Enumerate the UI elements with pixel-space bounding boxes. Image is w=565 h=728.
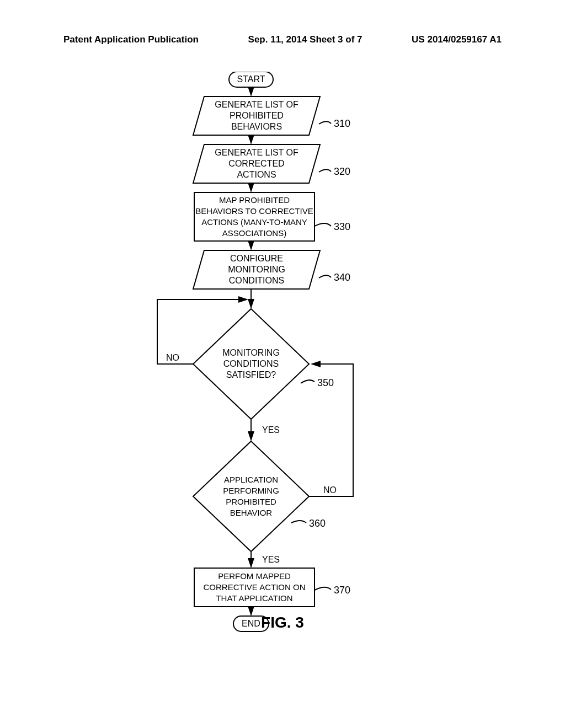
box-320-line2: CORRECTED [228, 159, 284, 168]
box-340-line2: MONITORING [228, 265, 285, 274]
box-370-line1: PERFOM MAPPED [218, 571, 291, 581]
start-label: START [237, 74, 265, 84]
dec-350-yes: YES [262, 425, 280, 435]
box-310-line2: PROHIBITED [230, 111, 284, 120]
page: Patent Application Publication Sep. 11, … [0, 0, 565, 728]
box-310-line3: BEHAVIORS [231, 122, 282, 131]
ref-330: 330 [334, 221, 350, 232]
ref-350-leader [301, 380, 315, 383]
box-370-line3: THAT APPLICATION [216, 593, 292, 603]
svg-marker-6 [193, 441, 309, 552]
box-330-line3: ACTIONS (MANY-TO-MANY [201, 217, 307, 227]
header-center: Sep. 11, 2014 Sheet 3 of 7 [248, 34, 363, 45]
ref-350: 350 [317, 377, 334, 388]
box-370: PERFOM MAPPED CORRECTIVE ACTION ON THAT … [194, 568, 315, 607]
box-340: CONFIGURE MONITORING CONDITIONS [193, 250, 320, 289]
dec-360-line2: PERFORMING [223, 486, 279, 495]
figure-label: FIG. 3 [0, 614, 565, 631]
ref-340-leader [319, 275, 331, 278]
ref-370: 370 [334, 585, 350, 596]
box-310-line1: GENERATE LIST OF [215, 100, 299, 109]
box-330-line4: ASSOCIATIONS) [222, 228, 286, 238]
header-right: US 2014/0259167 A1 [412, 34, 502, 45]
page-header: Patent Application Publication Sep. 11, … [0, 34, 565, 45]
box-340-line3: CONDITIONS [229, 276, 284, 285]
box-320-line1: GENERATE LIST OF [215, 148, 299, 157]
header-left: Patent Application Publication [63, 34, 199, 45]
dec-360-line4: BEHAVIOR [230, 508, 273, 517]
ref-310: 310 [334, 118, 350, 129]
ref-360-leader [291, 521, 306, 523]
dec-350-no: NO [166, 353, 179, 362]
dec-360-line3: PROHIBITED [226, 497, 276, 506]
box-340-line1: CONFIGURE [230, 254, 283, 263]
flowchart-container: START GENERATE LIST OF PROHIBITED BEHAVI… [0, 72, 565, 651]
ref-370-leader [315, 587, 331, 590]
decision-350: MONITORING CONDITIONS SATISFIED? [193, 309, 309, 419]
dec-350-line2: CONDITIONS [223, 359, 279, 368]
dec-350-line3: SATISFIED? [226, 370, 276, 379]
box-330-line2: BEHAVIORS TO CORRECTIVE [195, 206, 313, 216]
dec-350-line1: MONITORING [222, 348, 280, 357]
box-370-line2: CORRECTIVE ACTION ON [203, 582, 305, 592]
box-310: GENERATE LIST OF PROHIBITED BEHAVIORS [193, 97, 320, 135]
ref-360: 360 [309, 518, 326, 529]
box-320-line3: ACTIONS [237, 170, 276, 179]
box-330-line1: MAP PROHIBITED [219, 195, 290, 205]
decision-360: APPLICATION PERFORMING PROHIBITED BEHAVI… [193, 441, 309, 552]
box-330: MAP PROHIBITED BEHAVIORS TO CORRECTIVE A… [194, 192, 315, 241]
flowchart-svg: START GENERATE LIST OF PROHIBITED BEHAVI… [0, 72, 565, 651]
start-terminal: START [229, 72, 273, 87]
dec-360-yes: YES [262, 555, 280, 564]
dec-360-line1: APPLICATION [224, 475, 278, 484]
ref-310-leader [319, 121, 331, 124]
ref-340: 340 [334, 272, 350, 283]
ref-320: 320 [334, 166, 350, 177]
ref-320-leader [319, 169, 331, 172]
box-320: GENERATE LIST OF CORRECTED ACTIONS [193, 144, 320, 183]
dec-360-no: NO [323, 485, 337, 495]
ref-330-leader [315, 223, 331, 226]
